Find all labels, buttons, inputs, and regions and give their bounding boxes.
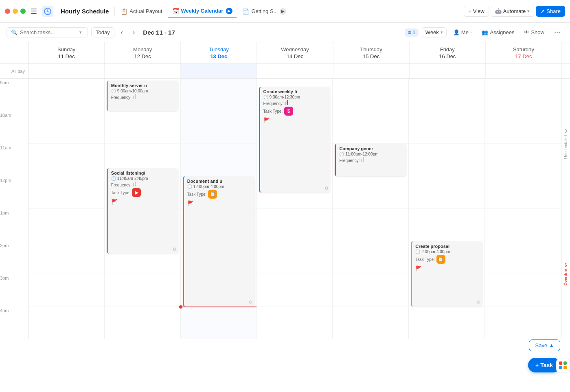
show-label: Show (531, 29, 544, 35)
more-options-button[interactable]: ··· (551, 26, 563, 38)
view-button[interactable]: + View (464, 6, 489, 17)
time-cell-sat-1[interactable] (485, 209, 561, 241)
show-button[interactable]: 👁 Show (521, 28, 548, 37)
time-cell-thu-2[interactable] (333, 241, 409, 274)
time-cell-fri-1[interactable] (409, 209, 485, 241)
time-cell-fri-10[interactable] (409, 111, 485, 144)
time-cell-mon-10[interactable] (105, 111, 181, 144)
time-cell-fri-12[interactable] (409, 176, 485, 209)
time-cell-sat-2[interactable] (485, 241, 561, 274)
week-selector[interactable]: Week ▾ (422, 27, 447, 37)
event-social-listening[interactable]: Social listening/ 🕐11:45am-2:45pm Freque… (107, 168, 178, 254)
time-cell-fri-9[interactable] (409, 79, 485, 111)
nav-forward-icon[interactable]: ▶ (226, 8, 232, 14)
event-create-weekly[interactable]: Create weekly fi 🕐9:30am-12:30pm Frequen… (259, 87, 331, 193)
time-label-3pm: 3pm (0, 274, 28, 307)
event-create-proposal-time: 🕐2:00pm-4:00pm (415, 250, 479, 254)
time-cell-sun-4[interactable] (28, 307, 105, 339)
week-label: Week (425, 29, 439, 35)
time-grid-scroll[interactable]: 0 Unscheduled 6 Overdue 9am Monthly serv… (0, 79, 570, 392)
unscheduled-label[interactable]: Unscheduled (563, 135, 568, 159)
time-cell-tue-4[interactable] (181, 307, 257, 339)
event-create-proposal-tasktype: Task Type: 📋 (415, 255, 479, 264)
event-create-proposal[interactable]: Create proposal 🕐2:00pm-4:00pm Task Type… (411, 241, 482, 307)
minimize-traffic-light[interactable] (13, 9, 18, 14)
grid-apps-button[interactable] (556, 359, 570, 372)
time-cell-sun-2[interactable] (28, 241, 105, 274)
time-cell-sat-4[interactable] (485, 307, 561, 339)
next-week-button[interactable]: › (129, 27, 138, 38)
time-cell-fri-4[interactable] (409, 307, 485, 339)
assignees-filter[interactable]: 👥 Assignees (478, 28, 517, 37)
filter-badge[interactable]: ≡ 1 (405, 28, 419, 37)
search-chevron-icon[interactable]: ▾ (79, 30, 82, 35)
time-cell-sun-11[interactable] (28, 144, 105, 176)
day-header-tuesday: Tuesday 13 Dec (181, 42, 257, 64)
maximize-traffic-light[interactable] (20, 9, 26, 14)
time-cell-mon-3[interactable] (105, 274, 181, 307)
time-cell-mon-11[interactable]: Social listening/ 🕐11:45am-2:45pm Freque… (105, 144, 181, 176)
time-cell-wed-2[interactable] (257, 241, 333, 274)
time-cell-tue-12[interactable]: Document and u 🕐12:00pm-4:00pm Task Type… (181, 176, 257, 209)
close-traffic-light[interactable] (5, 9, 10, 14)
tab-actual-payout[interactable]: 📋 Actual Payout (116, 6, 166, 17)
time-cell-tue-10[interactable] (181, 111, 257, 144)
search-box[interactable]: 🔍 ▾ (7, 27, 88, 37)
share-button[interactable]: ↗ Share (536, 6, 565, 17)
time-cell-wed-3[interactable] (257, 274, 333, 307)
day-header-friday: Friday 16 Dec (410, 42, 486, 64)
time-cell-thu-3[interactable] (333, 274, 409, 307)
time-cell-mon-4[interactable] (105, 307, 181, 339)
time-label-1pm: 1pm (0, 209, 28, 241)
me-filter[interactable]: 👤 Me • (450, 28, 476, 37)
save-button[interactable]: Save ▲ (529, 339, 560, 351)
event-company-general[interactable]: Company gener 🕐11:00am-12:00pm Frequency… (335, 144, 406, 176)
time-cell-tue-11[interactable] (181, 144, 257, 176)
time-cell-sat-12[interactable] (485, 176, 561, 209)
time-cell-thu-12[interactable] (333, 176, 409, 209)
time-cell-thu-10[interactable] (333, 111, 409, 144)
title-actions: + View 🤖 Automate ▾ ↗ Share (464, 6, 565, 17)
day-header-wednesday: Wednesday 14 Dec (257, 42, 333, 64)
day-num-wednesday: 14 Dec (260, 53, 329, 59)
hamburger-icon[interactable]: ☰ (31, 7, 37, 16)
time-cell-sat-11[interactable] (485, 144, 561, 176)
automate-button[interactable]: 🤖 Automate ▾ (491, 6, 535, 17)
time-cell-sat-3[interactable] (485, 274, 561, 307)
time-cell-sat-9[interactable] (485, 79, 561, 111)
time-cell-tue-9[interactable] (181, 79, 257, 111)
gear-icon-proposal[interactable]: ⚙ (477, 300, 481, 305)
event-monthly-server[interactable]: Monthly server u 🕐9:00am-10:00am Frequen… (107, 81, 178, 111)
time-cell-sun-1[interactable] (28, 209, 105, 241)
time-cell-sun-12[interactable] (28, 176, 105, 209)
day-num-thursday: 15 Dec (337, 53, 406, 59)
overdue-label[interactable]: Overdue (563, 269, 568, 286)
search-input[interactable] (20, 29, 77, 35)
prev-week-button[interactable]: ‹ (118, 27, 126, 38)
time-cell-thu-11[interactable]: Company gener 🕐11:00am-12:00pm Frequency… (333, 144, 409, 176)
time-cell-wed-4[interactable] (257, 307, 333, 339)
tab-weekly-calendar[interactable]: 📅 Weekly Calendar ▶ (168, 5, 237, 18)
today-button[interactable]: Today (91, 27, 114, 37)
time-cell-thu-4[interactable] (333, 307, 409, 339)
time-cell-sun-9[interactable] (28, 79, 105, 111)
time-cell-mon-9[interactable]: Monthly server u 🕐9:00am-10:00am Frequen… (105, 79, 181, 111)
event-document[interactable]: Document and u 🕐12:00pm-4:00pm Task Type… (183, 176, 254, 307)
gear-icon-social[interactable]: ⚙ (173, 247, 177, 252)
time-cell-sat-10[interactable] (485, 111, 561, 144)
time-cell-wed-9[interactable]: Create weekly fi 🕐9:30am-12:30pm Frequen… (257, 79, 333, 111)
gear-icon-weekly[interactable]: ⚙ (324, 186, 329, 191)
time-cell-thu-1[interactable] (333, 209, 409, 241)
add-task-button[interactable]: + Task (528, 358, 560, 372)
event-company-general-freq: Frequency: (339, 157, 403, 163)
gear-icon-doc[interactable]: ⚙ (249, 300, 253, 305)
time-cell-sun-3[interactable] (28, 274, 105, 307)
time-cell-thu-9[interactable] (333, 79, 409, 111)
getting-started-nav[interactable]: ▶ (280, 8, 286, 15)
time-cell-wed-1[interactable] (257, 209, 333, 241)
tab-getting-started[interactable]: 📄 Getting S... ▶ (238, 6, 290, 17)
time-cell-fri-2[interactable]: Create proposal 🕐2:00pm-4:00pm Task Type… (409, 241, 485, 274)
time-cell-sun-10[interactable] (28, 111, 105, 144)
time-cell-fri-11[interactable] (409, 144, 485, 176)
time-label-10am: 10am (0, 111, 28, 144)
